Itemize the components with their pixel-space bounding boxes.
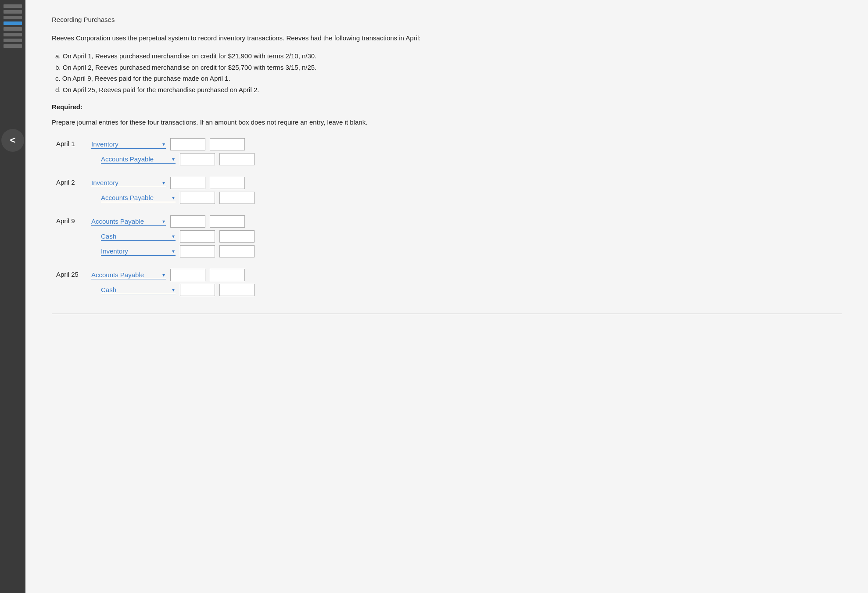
account-select-april9-cash[interactable]: Cash Accounts Payable Inventory Purchase… <box>101 232 176 241</box>
debit-input-april1-ap[interactable] <box>180 153 215 165</box>
credit-input-april2-ap[interactable] <box>219 192 255 204</box>
entry-row-april25-ap: Accounts Payable Inventory Cash Purchase… <box>91 269 255 281</box>
date-april1: April 1 <box>56 138 91 147</box>
debit-input-april9-inventory[interactable] <box>180 245 215 257</box>
credit-input-april9-ap[interactable] <box>210 215 245 228</box>
credit-input-april9-cash[interactable] <box>219 230 255 243</box>
account-select-april2-ap[interactable]: Accounts Payable Inventory Cash Purchase… <box>101 194 176 202</box>
description: Reeves Corporation uses the perpetual sy… <box>52 33 842 43</box>
sidebar-stripe-2 <box>4 10 22 14</box>
instructions: Prepare journal entries for these four t… <box>52 118 842 126</box>
entry-row-april1-ap: Accounts Payable Inventory Cash Purchase… <box>91 153 255 165</box>
journal-entry-april1: April 1 Inventory Accounts Payable Cash … <box>56 138 842 165</box>
entry-row-april9-inventory: Inventory Accounts Payable Cash Purchase… <box>91 245 255 257</box>
debit-input-april2-ap[interactable] <box>180 192 215 204</box>
nav-back-button[interactable]: < <box>1 129 24 152</box>
journal-table: April 1 Inventory Accounts Payable Cash … <box>56 138 842 296</box>
transactions-list: a. On April 1, Reeves purchased merchand… <box>55 50 842 95</box>
entry-rows-april2: Inventory Accounts Payable Cash Purchase… <box>91 177 255 204</box>
entry-row-april25-cash: Cash Accounts Payable Inventory Purchase… <box>91 284 255 296</box>
credit-input-april1-ap[interactable] <box>219 153 255 165</box>
sidebar-stripe-6 <box>4 39 22 42</box>
debit-input-april1-inventory[interactable] <box>170 138 205 150</box>
page-title: Recording Purchases <box>52 16 842 23</box>
credit-input-april2-inventory[interactable] <box>210 177 245 189</box>
journal-entry-april9: April 9 Accounts Payable Inventory Cash … <box>56 215 842 257</box>
entry-row-april9-ap: Accounts Payable Inventory Cash Purchase… <box>91 215 255 228</box>
select-wrapper-april25-ap[interactable]: Accounts Payable Inventory Cash Purchase… <box>91 271 166 279</box>
transaction-b: b. On April 2, Reeves purchased merchand… <box>55 62 842 73</box>
account-select-april25-cash[interactable]: Cash Accounts Payable Inventory Purchase… <box>101 286 176 294</box>
transaction-c: c. On April 9, Reeves paid for the purch… <box>55 73 842 84</box>
sidebar-stripe-3 <box>4 16 22 19</box>
select-wrapper-april1-ap[interactable]: Accounts Payable Inventory Cash Purchase… <box>101 155 176 164</box>
select-wrapper-april25-cash[interactable]: Cash Accounts Payable Inventory Purchase… <box>101 286 176 294</box>
sidebar: < <box>0 0 25 593</box>
account-select-april2-inventory[interactable]: Inventory Accounts Payable Cash Purchase… <box>91 179 166 187</box>
date-april2: April 2 <box>56 177 91 186</box>
sidebar-stripe-4 <box>4 27 22 31</box>
entry-rows-april25: Accounts Payable Inventory Cash Purchase… <box>91 269 255 296</box>
select-wrapper-april2-inventory[interactable]: Inventory Accounts Payable Cash Purchase… <box>91 179 166 187</box>
credit-input-april9-inventory[interactable] <box>219 245 255 257</box>
entry-rows-april9: Accounts Payable Inventory Cash Purchase… <box>91 215 255 257</box>
account-select-april25-ap[interactable]: Accounts Payable Inventory Cash Purchase… <box>91 271 166 279</box>
sidebar-stripe-1 <box>4 4 22 8</box>
journal-entry-april2: April 2 Inventory Accounts Payable Cash … <box>56 177 842 204</box>
select-wrapper-april9-ap[interactable]: Accounts Payable Inventory Cash Purchase… <box>91 218 166 226</box>
date-april9: April 9 <box>56 215 91 225</box>
select-wrapper-april9-cash[interactable]: Cash Accounts Payable Inventory Purchase… <box>101 232 176 241</box>
transaction-a: a. On April 1, Reeves purchased merchand… <box>55 50 842 62</box>
debit-input-april9-cash[interactable] <box>180 230 215 243</box>
journal-entry-april25: April 25 Accounts Payable Inventory Cash… <box>56 269 842 296</box>
required-label: Required: <box>52 103 842 111</box>
credit-input-april1-inventory[interactable] <box>210 138 245 150</box>
credit-input-april25-ap[interactable] <box>210 269 245 281</box>
entry-row-april9-cash: Cash Accounts Payable Inventory Purchase… <box>91 230 255 243</box>
transaction-d: d. On April 25, Reeves paid for the merc… <box>55 84 842 96</box>
select-wrapper-april1-inventory[interactable]: Inventory Accounts Payable Cash Purchase… <box>91 140 166 149</box>
select-wrapper-april2-ap[interactable]: Accounts Payable Inventory Cash Purchase… <box>101 194 176 202</box>
select-wrapper-april9-inventory[interactable]: Inventory Accounts Payable Cash Purchase… <box>101 247 176 256</box>
entry-row-april2-inventory: Inventory Accounts Payable Cash Purchase… <box>91 177 255 189</box>
account-select-april9-inventory[interactable]: Inventory Accounts Payable Cash Purchase… <box>101 247 176 256</box>
debit-input-april25-ap[interactable] <box>170 269 205 281</box>
account-select-april1-ap[interactable]: Accounts Payable Inventory Cash Purchase… <box>101 155 176 164</box>
debit-input-april9-ap[interactable] <box>170 215 205 228</box>
debit-input-april2-inventory[interactable] <box>170 177 205 189</box>
sidebar-stripe-blue <box>4 21 22 25</box>
account-select-april9-ap[interactable]: Accounts Payable Inventory Cash Purchase… <box>91 218 166 226</box>
sidebar-stripe-7 <box>4 44 22 48</box>
entry-rows-april1: Inventory Accounts Payable Cash Purchase… <box>91 138 255 165</box>
credit-input-april25-cash[interactable] <box>219 284 255 296</box>
account-select-april1-inventory[interactable]: Inventory Accounts Payable Cash Purchase… <box>91 140 166 149</box>
entry-row-april1-inventory: Inventory Accounts Payable Cash Purchase… <box>91 138 255 150</box>
main-content: Recording Purchases Reeves Corporation u… <box>25 0 868 593</box>
sidebar-stripe-5 <box>4 33 22 36</box>
date-april25: April 25 <box>56 269 91 278</box>
footer-line <box>52 314 842 314</box>
debit-input-april25-cash[interactable] <box>180 284 215 296</box>
entry-row-april2-ap: Accounts Payable Inventory Cash Purchase… <box>91 192 255 204</box>
